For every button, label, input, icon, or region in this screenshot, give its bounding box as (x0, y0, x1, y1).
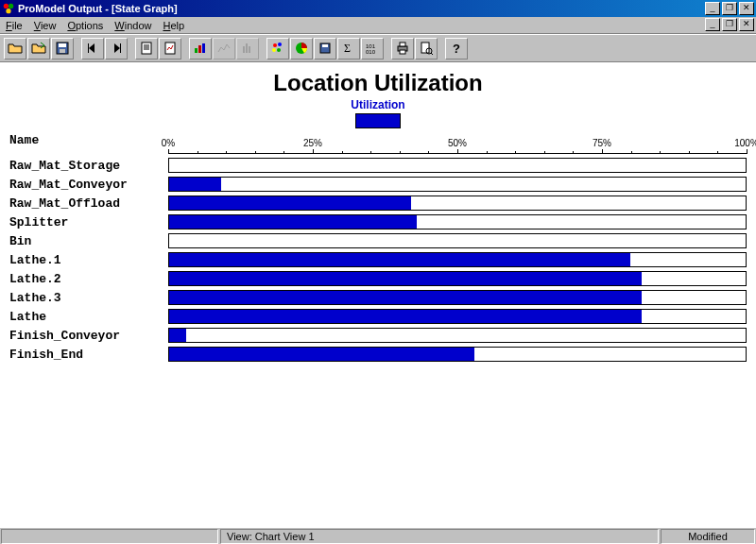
axis-tick (428, 151, 429, 154)
row-label: Finish_End (9, 348, 164, 362)
axis-tick (660, 151, 661, 154)
chart-row: Raw_Mat_Offload (9, 194, 747, 212)
bar-fill (169, 215, 417, 229)
print-icon[interactable] (391, 38, 414, 60)
bar-fill (169, 348, 474, 361)
axis-tick (573, 151, 574, 154)
svg-rect-18 (249, 46, 250, 53)
svg-text:010: 010 (366, 49, 376, 55)
svg-rect-4 (59, 43, 66, 47)
bar-chart-icon[interactable] (189, 38, 212, 60)
axis-tick-label: 0% (162, 138, 175, 148)
bar-track (168, 252, 747, 267)
axis-tick (226, 151, 227, 154)
bar-track (168, 158, 747, 173)
bar-fill (169, 253, 630, 266)
axis-tick (602, 149, 603, 154)
minimize-button[interactable]: _ (705, 2, 720, 15)
bar-track (168, 196, 747, 211)
bar-track (168, 290, 747, 305)
row-label: Splitter (9, 215, 164, 230)
report-icon[interactable] (135, 38, 158, 60)
axis-tick (198, 151, 198, 154)
chart-row: Lathe.2 (9, 269, 747, 288)
chart-row: Splitter (9, 212, 747, 231)
legend-label: Utilization (0, 98, 756, 111)
svg-rect-14 (198, 45, 201, 53)
bar-fill (169, 329, 186, 342)
bar-track (168, 214, 747, 230)
axis-tick (313, 149, 314, 154)
svg-rect-5 (60, 49, 65, 53)
menu-file[interactable]: File (6, 20, 23, 31)
chart-row: Finish_Conveyor (9, 326, 747, 345)
x-axis: 0%25%50%75%100% (168, 137, 747, 154)
axis-tick (689, 151, 690, 154)
axis-tick-label: 75% (593, 138, 611, 148)
svg-rect-15 (202, 43, 205, 53)
svg-rect-17 (246, 43, 248, 53)
open-icon[interactable] (4, 38, 26, 60)
save-icon[interactable] (51, 38, 74, 60)
svg-line-34 (431, 53, 433, 55)
window-buttons: _ ❐ ✕ (703, 2, 754, 15)
bar-track (168, 177, 747, 192)
row-label: Raw_Mat_Storage (9, 159, 164, 173)
preview-icon[interactable] (415, 38, 438, 60)
bar-fill (169, 196, 411, 210)
mdi-close-button[interactable]: ✕ (739, 18, 754, 31)
axis-tick (515, 151, 516, 154)
legend: Utilization (0, 98, 756, 128)
open-alt-icon[interactable] (27, 38, 50, 60)
hist-icon[interactable] (236, 38, 259, 60)
bar-track (168, 328, 747, 343)
menu-view[interactable]: View (34, 20, 57, 31)
next-icon[interactable] (105, 38, 128, 60)
palette-icon[interactable] (266, 38, 289, 60)
bar-track (168, 347, 747, 362)
chart-title: Location Utilization (0, 70, 756, 96)
axis-tick (342, 151, 343, 154)
axis-tick (544, 151, 545, 154)
maximize-button[interactable]: ❐ (722, 2, 737, 15)
mdi-window-buttons: _ ❐ ✕ (703, 18, 754, 31)
axis-tick (631, 151, 632, 154)
mdi-maximize-button[interactable]: ❐ (722, 18, 737, 31)
bar-fill (169, 310, 642, 323)
chart-row: Finish_End (9, 345, 747, 364)
svg-point-21 (277, 48, 281, 52)
svg-point-1 (9, 4, 13, 8)
sigma-icon[interactable]: Σ (337, 38, 360, 60)
row-label: Raw_Mat_Conveyor (9, 178, 164, 192)
menu-help[interactable]: Help (163, 20, 184, 31)
chart-rows: Raw_Mat_StorageRaw_Mat_ConveyorRaw_Mat_O… (9, 156, 747, 364)
axis-tick-label: 50% (448, 138, 467, 148)
binary-icon[interactable]: 101010 (361, 38, 384, 60)
mdi-minimize-button[interactable]: _ (705, 18, 720, 31)
svg-rect-8 (142, 42, 151, 54)
svg-point-22 (272, 48, 276, 52)
saveview-icon[interactable] (314, 38, 336, 60)
chart-row: Lathe.3 (9, 288, 747, 307)
status-view: View: Chart View 1 (220, 529, 659, 544)
menu-window[interactable]: Window (114, 20, 151, 31)
help-icon[interactable]: ? (445, 38, 468, 60)
row-label: Raw_Mat_Offload (9, 196, 164, 211)
bar-track (168, 309, 747, 324)
axis-tick (717, 151, 718, 154)
menu-options[interactable]: Options (67, 20, 103, 31)
prev-icon[interactable] (81, 38, 104, 60)
line-chart-icon[interactable] (213, 38, 235, 60)
report2-icon[interactable] (159, 38, 181, 60)
axis-tick (487, 151, 488, 154)
svg-text:Σ: Σ (344, 42, 351, 55)
close-button[interactable]: ✕ (739, 2, 754, 15)
row-label: Lathe.1 (9, 253, 164, 267)
chart-row: Lathe.1 (9, 250, 747, 269)
axis-tick (457, 149, 458, 154)
svg-rect-31 (400, 50, 405, 54)
legend-swatch (355, 113, 401, 128)
pie-icon[interactable] (290, 38, 313, 60)
axis-tick (370, 151, 371, 154)
row-label: Bin (9, 234, 164, 248)
